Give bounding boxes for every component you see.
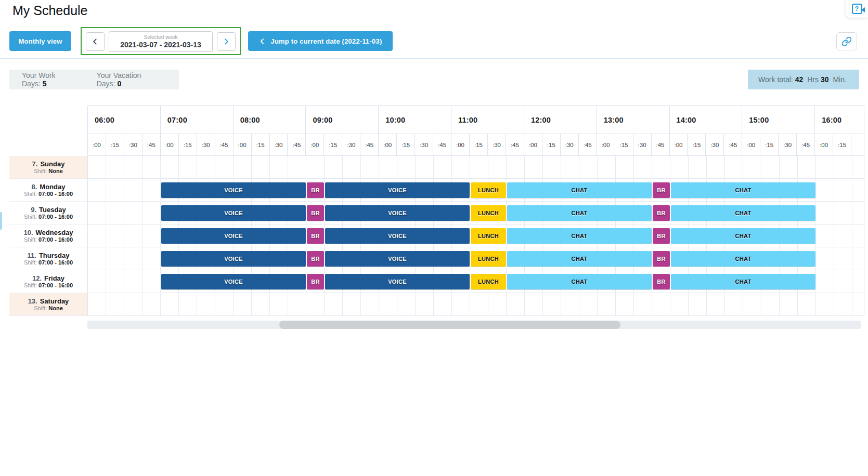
day-timeline-wednesday: VOICEBRVOICELUNCHCHATBRCHAT: [87, 224, 864, 247]
copy-link-button[interactable]: [836, 32, 857, 50]
shift-bar-voice: VOICE: [325, 205, 470, 221]
work-total-hours: 42: [795, 75, 804, 84]
hour-header-cell: 14:00: [670, 106, 743, 134]
day-timeline-friday: VOICEBRVOICELUNCHCHATBRCHAT: [87, 270, 864, 293]
work-days-stat: Your Work Days:5: [22, 71, 81, 88]
day-number: 8.: [32, 183, 37, 191]
hour-header-cell: 09:00: [306, 106, 379, 134]
hour-header-cell: 07:00: [161, 106, 234, 134]
day-number: 13.: [28, 297, 37, 305]
hour-header-cell: 06:00: [88, 106, 161, 134]
shift-bar-chat: CHAT: [507, 205, 652, 221]
shift-label: Shift:: [34, 168, 47, 174]
quarter-header-cell: :30: [561, 134, 579, 155]
day-title: 11.Thursday: [28, 252, 70, 259]
quarter-header-cell: :00: [670, 134, 688, 155]
day-row-saturday: 13.SaturdayShift:None: [9, 293, 864, 316]
quarter-header-cell: [851, 134, 864, 155]
shift-bar-lunch: LUNCH: [471, 205, 506, 221]
day-label-wednesday: 10.WednesdayShift:07:00 - 16:00: [9, 224, 87, 247]
schedule-grid: 06:0007:0008:0009:0010:0011:0012:0013:00…: [9, 105, 864, 316]
quarter-header-cell: :45: [652, 134, 670, 155]
quarter-header-cell: :15: [833, 134, 851, 155]
shift-bar-voice: VOICE: [325, 251, 470, 267]
quarter-header-cell: :15: [760, 134, 779, 155]
previous-week-button[interactable]: [86, 32, 105, 51]
jump-to-current-date-button[interactable]: Jump to current date (2022-11-03): [248, 31, 393, 51]
quarter-header-cell: :15: [470, 134, 488, 155]
day-name: Wednesday: [36, 229, 73, 236]
day-timeline-saturday: [87, 293, 864, 316]
hour-header-cell: 08:00: [234, 106, 306, 134]
day-row-monday: 8.MondayShift:07:00 - 16:00VOICEBRVOICEL…: [9, 179, 864, 202]
quarter-header-cell: :45: [360, 134, 379, 155]
quarter-header-cell: :15: [179, 134, 197, 155]
selected-week-caption: Selected week: [144, 34, 177, 41]
chevron-left-icon: [92, 38, 99, 45]
shift-value: 07:00 - 16:00: [38, 191, 73, 197]
chevron-right-icon: [223, 38, 230, 45]
quarter-header-cell: :15: [106, 134, 124, 155]
day-timeline-thursday: VOICEBRVOICELUNCHCHATBRCHAT: [87, 247, 864, 270]
shift-bar-voice: VOICE: [325, 228, 470, 244]
quarter-header-cell: :00: [88, 134, 106, 155]
quarters-header-row: :00:15:30:45:00:15:30:45:00:15:30:45:00:…: [87, 134, 864, 156]
day-number: 11.: [28, 252, 36, 259]
shift-bar-lunch: LUNCH: [471, 228, 506, 244]
quarter-header-cell: :30: [415, 134, 433, 155]
help-button[interactable]: ?: [846, 0, 868, 18]
shift-label: Shift:: [24, 236, 37, 243]
shift-label: Shift:: [24, 282, 37, 288]
day-row-sunday: 7.SundayShift:None: [9, 156, 864, 179]
header-divider: [0, 58, 868, 59]
shift-bar-break: BR: [653, 228, 670, 244]
day-name: Friday: [44, 274, 64, 282]
shift-value: None: [48, 305, 63, 311]
shift-bar-voice: VOICE: [161, 182, 306, 198]
shift-bar-chat: CHAT: [507, 274, 652, 289]
horizontal-scrollbar-thumb[interactable]: [279, 321, 620, 329]
quarter-header-cell: :00: [742, 134, 760, 155]
shift-bar-break: BR: [307, 205, 324, 221]
shift-bar-break: BR: [653, 251, 670, 267]
quarter-header-cell: :45: [288, 134, 306, 155]
shift-bar-break: BR: [653, 182, 670, 198]
chevron-left-icon: [259, 38, 266, 45]
quarter-header-cell: :00: [306, 134, 324, 155]
day-name: Saturday: [40, 297, 69, 305]
next-week-button[interactable]: [217, 32, 236, 51]
quarter-header-cell: :00: [379, 134, 397, 155]
day-number: 9.: [31, 206, 36, 214]
day-shift: Shift:07:00 - 16:00: [24, 259, 73, 266]
shift-label: Shift:: [24, 214, 37, 220]
monthly-view-button[interactable]: Monthly view: [9, 31, 71, 51]
shift-bar-break: BR: [653, 205, 670, 221]
day-timeline-sunday: [87, 156, 864, 179]
quarter-header-cell: :00: [161, 134, 179, 155]
quarter-header-cell: :15: [397, 134, 415, 155]
quarter-header-cell: :15: [324, 134, 342, 155]
day-label-tuesday: 9.TuesdayShift:07:00 - 16:00: [9, 202, 87, 224]
shift-value: 07:00 - 16:00: [38, 259, 73, 266]
day-shift: Shift:07:00 - 16:00: [24, 282, 73, 289]
quarter-header-cell: :45: [579, 134, 597, 155]
day-number: 10.: [23, 229, 33, 236]
day-label-thursday: 11.ThursdayShift:07:00 - 16:00: [9, 247, 87, 270]
day-shift: Shift:07:00 - 16:00: [24, 214, 73, 220]
stats-bar: Your Work Days:5 Your Vacation Days:0: [9, 70, 179, 89]
day-title: 13.Saturday: [28, 297, 69, 305]
shift-bar-break: BR: [307, 251, 324, 267]
shift-bar-chat: CHAT: [671, 205, 815, 221]
day-shift: Shift:None: [34, 305, 63, 312]
quarter-header-cell: :45: [433, 134, 451, 155]
day-name: Monday: [40, 183, 65, 191]
selected-week-box[interactable]: Selected week 2021-03-07 - 2021-03-13: [109, 31, 213, 52]
shift-bar-chat: CHAT: [507, 251, 652, 267]
quarter-header-cell: :30: [270, 134, 288, 155]
shift-bar-voice: VOICE: [325, 274, 470, 289]
horizontal-scrollbar-track[interactable]: [87, 321, 861, 329]
day-label-saturday: 13.SaturdayShift:None: [9, 293, 87, 316]
hour-header-cell: 15:00: [742, 106, 815, 134]
vacation-days-stat: Your Vacation Days:0: [97, 71, 166, 88]
quarter-header-cell: :45: [215, 134, 234, 155]
